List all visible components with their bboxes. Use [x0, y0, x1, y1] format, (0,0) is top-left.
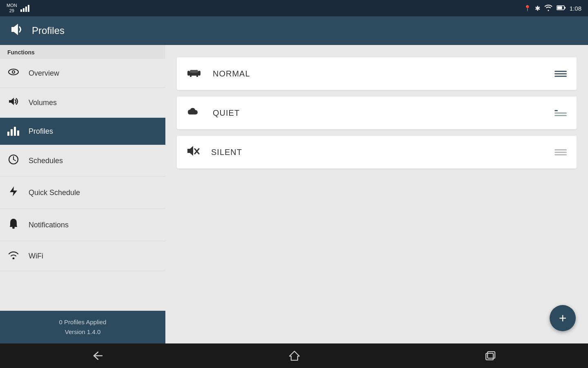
eye-icon: [7, 68, 20, 79]
recents-button[interactable]: [469, 347, 512, 365]
sidebar-item-profiles[interactable]: Profiles: [0, 118, 165, 145]
app-header: Profiles: [0, 16, 588, 45]
svg-marker-3: [11, 24, 18, 35]
sidebar-footer: 0 Profiles Applied Version 1.4.0: [0, 311, 165, 343]
cloud-icon: [187, 106, 201, 120]
sidebar-item-label: Quick Schedule: [29, 188, 80, 197]
sidebar-item-overview[interactable]: Overview: [0, 59, 165, 88]
profile-menu-normal[interactable]: [555, 71, 567, 77]
sidebar-section-label: Functions: [0, 45, 165, 59]
sofa-icon: [187, 67, 201, 81]
profile-card-normal[interactable]: NORMAL: [177, 57, 577, 90]
profile-card-silent[interactable]: SILENT: [177, 136, 577, 168]
svg-point-14: [13, 258, 15, 260]
svg-line-10: [13, 159, 16, 161]
svg-rect-19: [196, 75, 198, 77]
bluetooth-icon: ✱: [535, 4, 540, 12]
sidebar-footer-applied: 0 Profiles Applied: [7, 317, 159, 327]
sidebar-item-wifi[interactable]: WiFi: [0, 241, 165, 271]
muted-icon: [187, 145, 200, 160]
sidebar-item-schedules[interactable]: Schedules: [0, 145, 165, 177]
bell-icon: [7, 218, 20, 232]
main-content: Functions Overview Volumes: [0, 45, 588, 343]
svg-marker-11: [10, 186, 17, 196]
svg-rect-2: [557, 6, 562, 9]
wifi-status-icon: [544, 4, 552, 12]
page-title: Profiles: [32, 25, 65, 36]
sidebar-item-notifications[interactable]: Notifications: [0, 209, 165, 241]
status-right: 📍 ✱ 1:08: [524, 4, 581, 12]
svg-rect-20: [190, 70, 198, 73]
sidebar-item-quickschedule[interactable]: Quick Schedule: [0, 177, 165, 209]
fab-add-button[interactable]: +: [550, 305, 576, 331]
profile-name-silent: SILENT: [211, 148, 555, 157]
clock-icon: [7, 154, 20, 167]
svg-rect-26: [486, 353, 493, 360]
home-button[interactable]: [272, 346, 316, 365]
plus-icon: +: [559, 312, 567, 325]
profile-menu-silent[interactable]: [555, 149, 567, 155]
profile-name-normal: NORMAL: [213, 69, 555, 79]
svg-rect-18: [190, 75, 192, 77]
svg-marker-21: [187, 146, 193, 156]
sidebar-footer-version: Version 1.4.0: [7, 327, 159, 337]
sidebar-item-label: Notifications: [29, 221, 69, 229]
status-time: 1:08: [570, 5, 581, 12]
barchart-icon: [7, 127, 20, 136]
svg-marker-25: [290, 351, 299, 360]
svg-rect-17: [198, 71, 200, 76]
volume-icon: [7, 97, 20, 108]
svg-rect-1: [564, 7, 566, 9]
svg-point-6: [13, 71, 14, 73]
location-icon: 📍: [524, 5, 531, 11]
signal-icon: [20, 5, 29, 12]
svg-marker-7: [9, 98, 14, 105]
sidebar-item-volumes[interactable]: Volumes: [0, 88, 165, 118]
svg-rect-27: [488, 352, 495, 358]
sidebar-item-label: WiFi: [29, 252, 43, 260]
profile-menu-quiet[interactable]: [555, 110, 567, 116]
wifi-icon: [7, 250, 20, 262]
profile-name-quiet: QUIET: [213, 108, 555, 118]
status-date: MON29: [7, 3, 17, 13]
sidebar-item-label: Overview: [29, 69, 59, 78]
sidebar-item-label: Volumes: [29, 99, 57, 107]
content-area: NORMAL QUIET: [165, 45, 588, 343]
sidebar-item-label: Schedules: [29, 157, 63, 165]
profile-card-quiet[interactable]: QUIET: [177, 96, 577, 129]
sidebar-item-label: Profiles: [29, 127, 53, 136]
svg-rect-16: [187, 71, 190, 76]
back-button[interactable]: [76, 347, 120, 364]
battery-icon: [557, 5, 566, 12]
bolt-icon: [7, 186, 20, 200]
svg-point-13: [12, 227, 15, 229]
navigation-bar: [0, 343, 588, 368]
sidebar: Functions Overview Volumes: [0, 45, 165, 343]
header-speaker-icon: [10, 22, 24, 40]
status-bar: MON29 📍 ✱ 1:08: [0, 0, 588, 16]
